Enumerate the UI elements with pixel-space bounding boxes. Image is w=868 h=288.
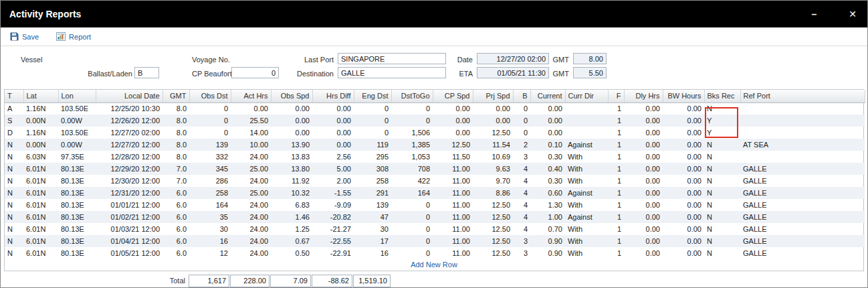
table-row[interactable]: N6.01N80.13E12/29/20 12:007.034525.0013.… xyxy=(5,163,865,175)
last-port-input[interactable] xyxy=(338,53,446,64)
table-cell[interactable]: 8.0 xyxy=(162,151,189,163)
table-cell[interactable]: 6.0 xyxy=(162,199,189,211)
gmt-date-input[interactable] xyxy=(573,53,607,64)
table-cell[interactable]: 0 xyxy=(189,102,231,115)
table-cell[interactable]: 164 xyxy=(391,187,433,199)
table-cell[interactable]: 3 xyxy=(513,151,530,163)
table-cell[interactable]: N xyxy=(5,175,23,187)
table-cell[interactable]: 4 xyxy=(513,211,530,223)
table-cell[interactable]: 0.00 xyxy=(624,199,663,211)
table-cell[interactable]: N xyxy=(704,247,740,259)
table-cell[interactable]: 0.00 xyxy=(663,127,704,139)
table-cell[interactable]: -21.27 xyxy=(312,223,354,235)
column-header[interactable]: BW Hours xyxy=(663,90,704,102)
table-row[interactable]: N6.01N80.13E01/05/21 12:006.01224.000.50… xyxy=(5,247,865,259)
table-cell[interactable]: 24.00 xyxy=(231,199,271,211)
table-cell[interactable]: N xyxy=(5,199,23,211)
column-header[interactable]: Hrs Diff xyxy=(312,90,354,102)
table-cell[interactable]: 12.50 xyxy=(473,199,513,211)
table-cell[interactable]: 80.13E xyxy=(58,163,96,175)
table-cell[interactable] xyxy=(740,127,865,139)
table-cell[interactable]: 0.00 xyxy=(624,211,663,223)
table-cell[interactable]: 25.00 xyxy=(231,163,271,175)
table-cell[interactable]: 6.01N xyxy=(23,175,58,187)
table-cell[interactable]: N xyxy=(704,175,740,187)
table-cell[interactable]: 47 xyxy=(354,211,391,223)
column-header[interactable]: Act Hrs xyxy=(231,90,271,102)
table-cell[interactable]: 6.01N xyxy=(23,211,58,223)
table-cell[interactable]: 0.00 xyxy=(271,102,312,115)
table-cell[interactable]: 332 xyxy=(189,151,231,163)
table-cell[interactable]: 164 xyxy=(189,199,231,211)
table-cell[interactable]: 10.00 xyxy=(231,139,271,151)
table-cell[interactable]: 5.00 xyxy=(312,163,354,175)
table-cell[interactable]: GALLE xyxy=(740,187,865,199)
table-cell[interactable]: 11.50 xyxy=(433,151,473,163)
table-cell[interactable]: 1.16N xyxy=(23,102,58,115)
table-cell[interactable]: 0.00 xyxy=(663,115,704,127)
table-cell[interactable]: 0.00 xyxy=(271,115,312,127)
table-cell[interactable]: 1.46 xyxy=(271,211,312,223)
table-cell[interactable]: -9.09 xyxy=(312,199,354,211)
table-cell[interactable]: N xyxy=(704,211,740,223)
table-cell[interactable]: 30 xyxy=(189,223,231,235)
table-cell[interactable]: 0.00 xyxy=(624,187,663,199)
table-cell[interactable]: 11.00 xyxy=(433,211,473,223)
table-cell[interactable]: 6.0 xyxy=(162,211,189,223)
table-cell[interactable]: 12/26/20 12:00 xyxy=(96,115,162,127)
column-header[interactable]: Obs Spd xyxy=(271,90,312,102)
table-cell[interactable]: 10.32 xyxy=(271,187,312,199)
table-cell[interactable]: 1 xyxy=(608,102,624,115)
table-cell[interactable]: AT SEA xyxy=(740,139,865,151)
table-cell[interactable]: 258 xyxy=(189,187,231,199)
table-cell[interactable]: 0 xyxy=(189,127,231,139)
table-cell[interactable]: 80.13E xyxy=(58,223,96,235)
table-cell[interactable]: GALLE xyxy=(740,199,865,211)
table-cell[interactable]: 12.50 xyxy=(473,127,513,139)
column-header[interactable]: GMT xyxy=(162,90,189,102)
table-cell[interactable]: 345 xyxy=(189,163,231,175)
table-cell[interactable]: 4 xyxy=(513,187,530,199)
table-cell[interactable]: 11.00 xyxy=(433,187,473,199)
table-cell[interactable]: 6.01N xyxy=(23,199,58,211)
close-button[interactable]: ✕ xyxy=(849,9,857,19)
date-input[interactable] xyxy=(477,53,549,64)
column-header[interactable]: DstToGo xyxy=(391,90,433,102)
column-header[interactable]: Lat xyxy=(23,90,58,102)
table-cell[interactable]: 24.00 xyxy=(231,151,271,163)
table-cell[interactable]: 0.00 xyxy=(433,127,473,139)
table-cell[interactable]: 01/03/21 12:00 xyxy=(96,223,162,235)
table-cell[interactable]: 1.25 xyxy=(271,223,312,235)
table-cell[interactable]: 0.00 xyxy=(663,235,704,247)
table-cell[interactable]: 11.00 xyxy=(433,235,473,247)
table-cell[interactable]: 0.00 xyxy=(624,175,663,187)
table-cell[interactable]: 0.00 xyxy=(663,223,704,235)
table-cell[interactable] xyxy=(740,151,865,163)
table-cell[interactable]: N xyxy=(704,151,740,163)
table-cell[interactable]: 6.01N xyxy=(23,187,58,199)
table-cell[interactable]: With xyxy=(565,163,608,175)
table-cell[interactable]: 97.35E xyxy=(58,151,96,163)
table-cell[interactable]: 0.00 xyxy=(663,163,704,175)
table-cell[interactable]: 0 xyxy=(391,235,433,247)
table-cell[interactable]: 11.92 xyxy=(271,175,312,187)
table-cell[interactable]: 0.00 xyxy=(663,151,704,163)
table-cell[interactable]: N xyxy=(704,187,740,199)
table-cell[interactable]: 6.01N xyxy=(23,223,58,235)
table-cell[interactable]: 0.30 xyxy=(530,175,565,187)
table-cell[interactable]: 1 xyxy=(608,187,624,199)
table-cell[interactable]: 0 xyxy=(354,127,391,139)
table-cell[interactable]: 6.0 xyxy=(162,223,189,235)
table-cell[interactable]: 12.50 xyxy=(473,211,513,223)
table-cell[interactable]: N xyxy=(704,163,740,175)
table-cell[interactable]: 0.00 xyxy=(473,102,513,115)
table-cell[interactable]: 0.00 xyxy=(433,115,473,127)
table-cell[interactable]: 139 xyxy=(354,199,391,211)
table-cell[interactable]: 80.13E xyxy=(58,211,96,223)
table-cell[interactable] xyxy=(565,127,608,139)
table-cell[interactable]: 0.00 xyxy=(663,139,704,151)
table-cell[interactable]: 0.00 xyxy=(530,102,565,115)
table-cell[interactable]: 1,506 xyxy=(391,127,433,139)
column-header[interactable]: Ref Port xyxy=(740,90,865,102)
table-cell[interactable]: 7.0 xyxy=(162,163,189,175)
